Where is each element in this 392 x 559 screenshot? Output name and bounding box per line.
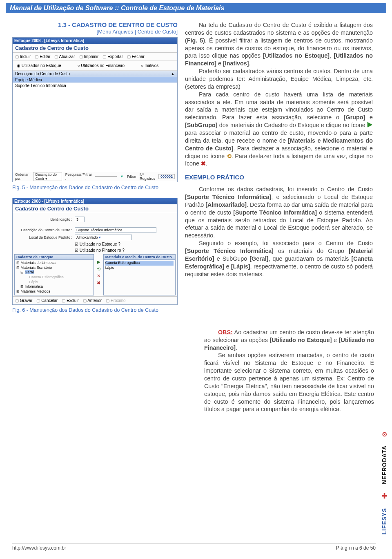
lifesys-icon: ✚ [381,492,388,501]
filter-icon[interactable]: ▼ [120,174,124,179]
desc-field[interactable]: Suporte Técnico Informática [75,227,156,233]
window-caption: Cadastro de Centro de Custo [13,44,177,53]
radio-estoque[interactable]: Utilizados no Estoque [17,63,61,68]
toolbar: Incluir Editar Atualizar Imprimir Export… [13,53,177,61]
window-title: Estoque 2008 - [Lifesys Informática] [13,198,177,204]
list-item[interactable]: Lápis [105,266,174,271]
fig6-caption: Fig. 6 - Manutenção dos Dados do Cadastr… [12,307,178,313]
editar-button[interactable]: Editar [35,54,50,59]
tree-node[interactable]: Materiais Médicos [16,289,92,294]
registros-count: 000002 [158,174,175,179]
tree-node[interactable]: Materiais Escritório [16,266,92,271]
side-logos: ⊗ NEFRODATA ✚ LIFESYS [378,432,390,534]
option-ref: [Geral] [249,255,268,262]
panel-right-header: Materiais e Medic. do Centro de Custo [104,255,175,260]
nefrodata-logo: NEFRODATA [381,445,388,484]
add-icon: ⯈ [367,122,373,128]
option-ref: [Utilizado no Estoque] [270,337,332,343]
right-column: Na tela de Cadastro do Centro de Custo é… [185,21,373,320]
remove-all-icon[interactable]: ✖ [97,280,100,286]
left-column: 1.3 - CADASTRO DE CENTRO DE CUSTO [Menu … [12,21,178,320]
obs-block: OBS: Ao cadastrar um centro de custo dev… [204,329,374,413]
panel-left-header: Cadastro de Estoque [15,255,94,260]
ordenar-label: Ordenar por: [15,172,30,181]
section-subtitle: [Menu Arquivos | Centro de Custo] [12,29,178,35]
page-footer: http://www.lifesys.com.br P á g i n a 6 … [12,543,376,551]
chk-financeiro[interactable]: Utilizado no Financeiro ? [75,248,125,253]
undo-icon[interactable]: ⟲ [97,266,100,272]
window-caption: Cadastro de Centro de Custo [13,204,177,213]
registros-label: Nº Registros [140,172,155,181]
ordenar-dropdown[interactable]: Descrição do Centr ▾ [33,172,62,181]
list-item[interactable]: Caneta Esferográfica [105,261,174,266]
desc-label: Descrição do Centro de Custo : [15,228,72,232]
add-icon[interactable]: ⯈ [96,260,101,265]
atualizar-button[interactable]: Atualizar [54,54,75,59]
window-fig5: Estoque 2008 - [Lifesys Informática] Cad… [12,37,178,182]
fechar-button[interactable]: Fechar [127,54,145,59]
fig-ref: (Fig. 5) [185,37,205,44]
incluir-button[interactable]: Incluir [15,54,31,59]
tree-node[interactable]: Informática [20,284,92,289]
col-descricao[interactable]: Descrição do Centro de Custo [15,72,70,76]
option-ref: [Suporte Técnico Informática] [185,194,271,200]
remove-icon[interactable]: ✕ [97,273,100,279]
body-text: Seguindo o exemplo, foi associado para o… [199,240,373,246]
grid-body[interactable]: Equipe Médica Suporte Técnico Informátic… [13,77,177,171]
option-ref: [Lápis] [231,263,250,270]
fig5-caption: Fig. 5 - Manutenção dos Dados do Cadastr… [12,185,178,190]
option-ref: [Utilizados no Estoque] [263,52,330,59]
option-ref: [Grupo] [344,114,365,121]
tree-leaf[interactable]: Caneta Esferográfica [26,275,92,280]
option-ref: [Almoxarifado] [205,201,247,208]
ident-label: Identificação : [15,217,72,221]
exportar-button[interactable]: Exportar [102,54,123,59]
body-text: Na tela de Cadastro do Centro de Custo é… [185,22,373,36]
window-title: Estoque 2008 - [Lifesys Informática] [13,38,177,44]
table-row[interactable]: Equipe Médica [13,77,177,83]
anterior-button[interactable]: Anterior [83,298,102,303]
section-title: 1.3 - CADASTRO DE CENTRO DE CUSTO [12,21,178,29]
nefrodata-icon: ⊗ [382,430,387,438]
status-bar: Ordenar por: Descrição do Centr ▾ Pesqui… [13,171,177,182]
filtrar-button[interactable]: Filtrar [127,174,136,179]
assoc-buttons: ⯈ ⟲ ✕ ✖ [96,254,102,295]
body-text: Conforme os dados cadastrais, foi inseri… [199,186,373,192]
list-materiais[interactable]: Caneta Esferográfica Lápis [104,260,175,271]
imprimir-button[interactable]: Imprimir [79,54,99,59]
local-label: Local de Estoque Padrão : [15,235,72,239]
excluir-button[interactable]: Excluir [62,298,79,303]
local-dropdown[interactable]: Almoxarifado [75,235,132,240]
column-header: Descrição do Centro de Custo ▲ [13,71,177,77]
pesquisar-input[interactable] [95,176,117,177]
gravar-button[interactable]: Gravar [15,298,32,303]
footer-url: http://www.lifesys.com.br [12,545,66,551]
tree-node[interactable]: Geral [20,270,92,275]
proximo-button[interactable]: Próximo [106,298,125,303]
table-row[interactable]: Suporte Técnico Informática [13,83,177,88]
tree-leaf[interactable]: Lápis [26,280,92,285]
option-ref: [Suporte Técnico Informática] [233,209,317,216]
undo-icon: ⟲ [227,153,232,159]
pesquisar-label: Pesquisar/Filtrar : [65,172,92,181]
obs-label: OBS: [218,329,233,335]
body-text: Poderão ser cadastrados vários centros d… [185,68,373,90]
lifesys-logo: LIFESYS [381,508,388,534]
option-ref: [Suporte Técnico Informática] [185,248,274,254]
radio-financeiro[interactable]: Utilizados no Financeiro [78,63,125,68]
option-ref: [Inativos] [223,60,249,67]
cancelar-button[interactable]: Cancelar [36,298,58,303]
body-text: Se ambas opções estiverem marcadas, o ce… [204,352,374,412]
bottom-toolbar: Gravar Cancelar Excluir Anterior Próximo [13,296,177,304]
example-heading: EXEMPLO PRÁTICO [185,173,373,181]
remove-all-icon: ✖ [201,160,206,167]
page-header: Manual de Utilização de Software :: Cont… [6,3,386,13]
ident-field[interactable]: 3 [75,217,85,222]
option-ref: [SubGrupo] [185,122,217,128]
tree-estoque[interactable]: Materiais de Limpeza Materiais Escritóri… [15,260,94,295]
tree-node[interactable]: Materiais de Limpeza [16,261,92,266]
scroll-up-icon[interactable]: ▲ [171,72,175,76]
window-fig6: Estoque 2008 - [Lifesys Informática] Cad… [12,198,178,305]
radio-inativos[interactable]: Inativos [141,63,158,68]
chk-estoque[interactable]: Utilizado no Estoque ? [75,242,120,246]
